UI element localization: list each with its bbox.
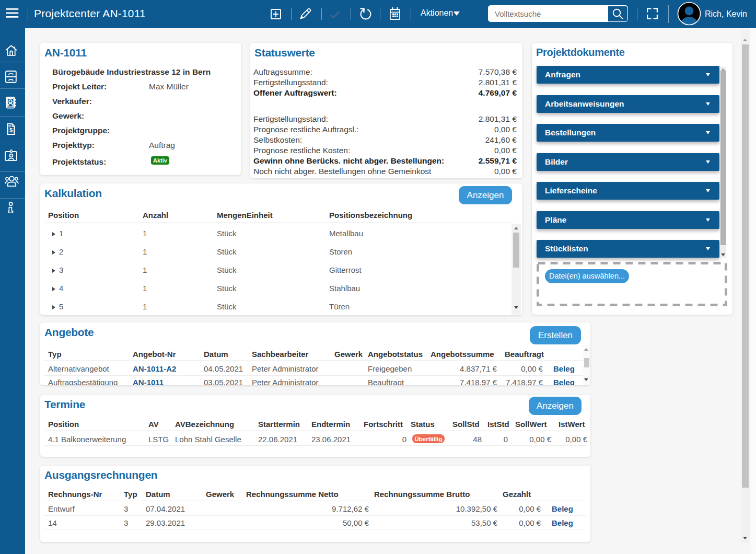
svg-text:$: $ <box>9 127 13 133</box>
